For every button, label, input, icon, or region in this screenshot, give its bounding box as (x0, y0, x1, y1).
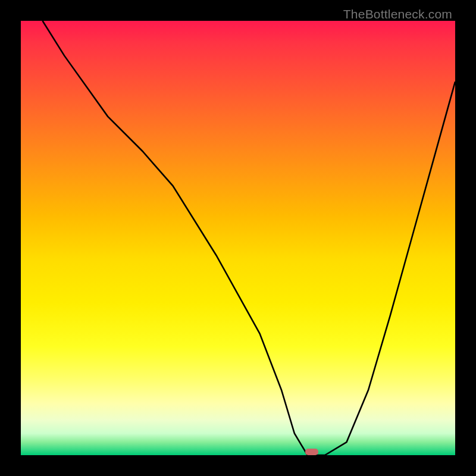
optimal-marker (305, 449, 318, 455)
watermark-text: TheBottleneck.com (343, 7, 452, 21)
curve-svg (21, 21, 455, 455)
bottleneck-curve-path (43, 21, 456, 455)
chart-container: TheBottleneck.com (0, 0, 476, 476)
plot-area (21, 21, 455, 455)
